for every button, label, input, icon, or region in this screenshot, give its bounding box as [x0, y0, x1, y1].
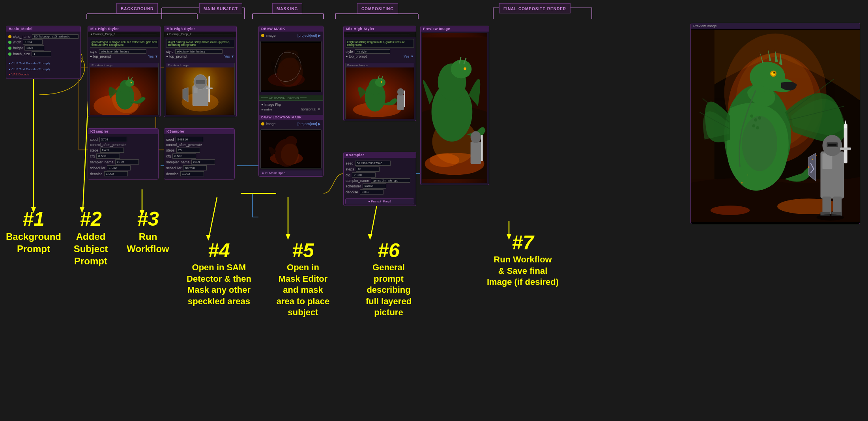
svg-point-99: [752, 124, 755, 127]
ksampler-3-denoise[interactable]: [360, 189, 383, 195]
ksampler-2-cfg[interactable]: [172, 153, 196, 159]
svg-point-49: [277, 58, 303, 87]
ksampler-1-node: KSampler seed control_after_generate ste…: [88, 128, 159, 180]
ckpt-name-input[interactable]: [32, 34, 79, 39]
step-3-annotation: #3 RunWorkflow: [122, 209, 174, 255]
svg-point-91: [773, 72, 775, 74]
ksampler-2-node: KSampler seed control_after_generate ste…: [164, 128, 235, 180]
step-2-label: AddedSubjectPrompt: [63, 230, 118, 268]
category-compositing-label: COMPOSITING: [361, 7, 394, 11]
preview-image-title: Preview Image: [421, 26, 489, 32]
step-1-number: #1: [6, 209, 61, 229]
style-1-input[interactable]: [99, 49, 146, 54]
step-1-annotation: #1 BackgroundPrompt: [6, 209, 61, 255]
mix-styler-3-prompt[interactable]: knight attacking dragon in den, golden t…: [346, 39, 414, 48]
category-background: BACKGROUND: [116, 3, 158, 13]
category-main-subject-label: MAIN SUBJECT: [204, 7, 238, 11]
category-main-subject: MAIN SUBJECT: [199, 3, 242, 13]
height-input[interactable]: [24, 45, 44, 51]
step-7-annotation: #7 Run Workflow& Save finalImage (if des…: [473, 233, 572, 288]
svg-rect-43: [206, 88, 213, 89]
svg-rect-42: [209, 77, 210, 102]
ksampler-2-title: KSampler: [164, 129, 234, 134]
ksampler-3-title: KSampler: [344, 152, 416, 158]
svg-rect-106: [844, 124, 847, 163]
svg-point-114: [801, 174, 801, 175]
category-final-render: FINAL COMPOSITE RENDER: [499, 3, 571, 13]
step-4-annotation: #4 Open in SAMDetector & thenMask any ot…: [180, 241, 258, 307]
svg-point-37: [131, 82, 132, 84]
svg-point-73: [464, 67, 466, 70]
basic-model-node: Basic_Model ckpt_name width height batch…: [6, 26, 81, 79]
svg-point-34: [125, 79, 134, 87]
style-2-input[interactable]: [175, 49, 223, 54]
svg-point-112: [808, 167, 810, 168]
mix-styler-3-node: Mix High Styler ── ─────────────────────…: [343, 26, 416, 121]
ksampler-2-seed[interactable]: [176, 137, 203, 142]
step-2-number: #2: [63, 209, 118, 229]
ksampler-1-cfg[interactable]: [96, 153, 120, 159]
svg-marker-25: [286, 234, 290, 240]
svg-line-26: [371, 205, 377, 236]
step-1-label: BackgroundPrompt: [6, 230, 61, 255]
step-4-number: #4: [180, 241, 258, 260]
ksampler-2-steps[interactable]: [176, 148, 200, 153]
step-2-annotation: #2 AddedSubjectPrompt: [63, 209, 118, 268]
ksampler-1-denoise[interactable]: [104, 171, 128, 176]
step-4-label: Open in SAMDetector & thenMask any other…: [180, 262, 258, 307]
ksampler-3-node: KSampler seed steps cfg sampler_name sch…: [343, 152, 416, 206]
mix-styler-2-node: Mix High Styler ● Prompt_Prep_2 ────────…: [164, 26, 237, 117]
preview-image-node: Preview Image: [420, 26, 489, 185]
ksampler-1-sampler[interactable]: [115, 159, 139, 165]
svg-rect-74: [471, 142, 481, 164]
step-3-number: #3: [122, 209, 174, 229]
svg-point-113: [812, 159, 813, 160]
style-3-input[interactable]: [355, 49, 390, 54]
svg-point-115: [816, 155, 817, 156]
mix-styler-1-prompt[interactable]: green dragon in dragon den, red reflecti…: [90, 39, 158, 48]
step-3-label: RunWorkflow: [122, 230, 174, 255]
step-5-label: Open inMask Editorand maskarea to places…: [264, 262, 342, 318]
category-compositing: COMPOSITING: [357, 3, 398, 13]
ksampler-3-scheduler[interactable]: [363, 183, 386, 189]
svg-rect-110: [833, 196, 842, 214]
ksampler-3-seed[interactable]: [355, 161, 391, 166]
ksampler-2-scheduler[interactable]: [183, 165, 207, 170]
svg-point-54: [281, 144, 299, 166]
svg-point-96: [750, 114, 753, 118]
step-6-label: Generalpromptdescribingfull layeredpictu…: [349, 262, 428, 318]
ksampler-2-denoise[interactable]: [180, 171, 204, 176]
category-final-render-label: FINAL COMPOSITE RENDER: [503, 7, 566, 11]
ksampler-3-cfg[interactable]: [352, 172, 376, 178]
svg-point-85: [711, 206, 750, 215]
ksampler-2-sampler[interactable]: [191, 159, 215, 165]
mix-styler-2-title: Mix High Styler: [164, 26, 236, 32]
category-masking: MASKING: [272, 3, 302, 13]
mix-styler-2-prompt[interactable]: knight holding sword, shiny armor, close…: [166, 39, 234, 48]
svg-rect-105: [828, 144, 836, 146]
svg-rect-107: [840, 148, 851, 150]
svg-rect-62: [397, 95, 404, 110]
svg-point-117: [747, 174, 748, 175]
batch-input[interactable]: [32, 51, 51, 56]
step-5-annotation: #5 Open inMask Editorand maskarea to pla…: [264, 241, 342, 318]
svg-point-97: [754, 118, 757, 122]
svg-point-58: [375, 78, 385, 87]
ksampler-1-scheduler[interactable]: [107, 165, 131, 170]
svg-point-90: [771, 72, 775, 76]
ksampler-3-steps[interactable]: [356, 167, 380, 172]
svg-marker-27: [368, 234, 372, 240]
svg-line-21: [209, 197, 217, 237]
category-background-label: BACKGROUND: [121, 7, 153, 11]
svg-point-100: [756, 126, 759, 129]
ksampler-1-steps[interactable]: [100, 148, 124, 153]
ksampler-3-sampler[interactable]: [371, 178, 410, 183]
mix-styler-1-node: Mix High Styler ● Prompt_Prep_2 ────────…: [88, 26, 161, 117]
svg-point-116: [741, 182, 743, 183]
basic-model-title: Basic_Model: [6, 26, 80, 32]
step-7-number: #7: [473, 233, 572, 253]
mix-styler-1-title: Mix High Styler: [88, 26, 160, 32]
width-input[interactable]: [23, 39, 43, 45]
category-masking-label: MASKING: [277, 7, 298, 11]
ksampler-1-seed[interactable]: [99, 137, 127, 142]
